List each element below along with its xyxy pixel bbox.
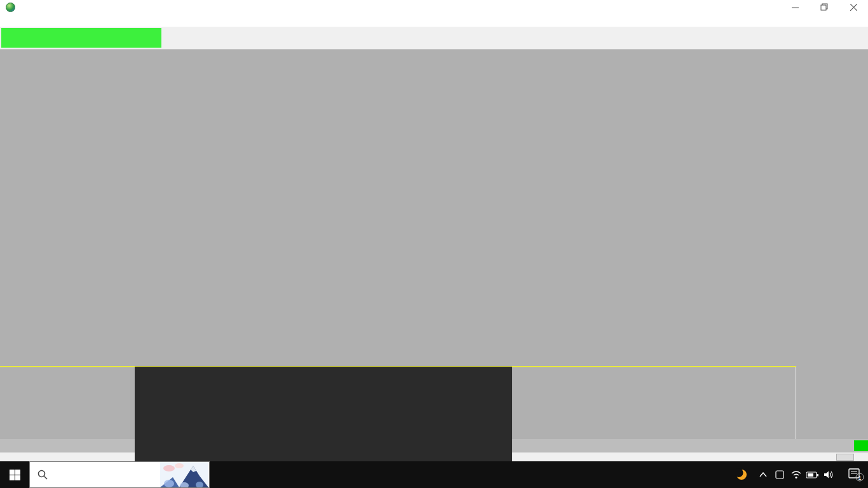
- tray-chevron-up-icon[interactable]: [755, 472, 771, 477]
- window-titlebar: [0, 0, 868, 14]
- sierra-chart-app-icon: [6, 3, 15, 12]
- volume-icon[interactable]: [821, 470, 837, 479]
- chart-info-line-2: [1, 59, 4, 67]
- price-chart[interactable]: [0, 50, 796, 354]
- menu-bar: [0, 14, 868, 27]
- restore-button[interactable]: [810, 0, 839, 14]
- moon-icon[interactable]: [733, 468, 750, 481]
- toolbar: [0, 27, 868, 50]
- restore-icon: [820, 3, 828, 11]
- close-button[interactable]: [839, 0, 868, 14]
- desktop: 1: [0, 0, 868, 488]
- dpl-value: [1, 59, 4, 67]
- weather-widget-image[interactable]: [160, 462, 208, 487]
- battery-icon[interactable]: [804, 471, 821, 478]
- notification-center-icon[interactable]: 1: [848, 468, 864, 482]
- taskbar-preview-popup: [135, 367, 512, 461]
- minimize-button[interactable]: [780, 0, 810, 14]
- countdown-badge: [854, 440, 868, 451]
- data-feed-status: [1, 28, 161, 48]
- close-icon: [850, 4, 857, 11]
- wifi-icon[interactable]: [788, 470, 804, 479]
- chart-window[interactable]: [0, 50, 868, 461]
- tablet-mode-icon[interactable]: [771, 470, 788, 479]
- search-icon: [37, 470, 48, 480]
- windows-taskbar: 1: [0, 461, 868, 488]
- notification-count: 1: [858, 475, 861, 481]
- start-button[interactable]: [0, 461, 29, 488]
- system-tray: 1: [733, 468, 868, 482]
- volume-study-label: [0, 354, 796, 367]
- scrollbar-thumb[interactable]: [836, 454, 854, 461]
- price-scale-panel[interactable]: [796, 50, 868, 439]
- windows-logo-icon: [10, 470, 20, 480]
- minimize-icon: [792, 4, 799, 11]
- taskbar-search[interactable]: [29, 461, 210, 488]
